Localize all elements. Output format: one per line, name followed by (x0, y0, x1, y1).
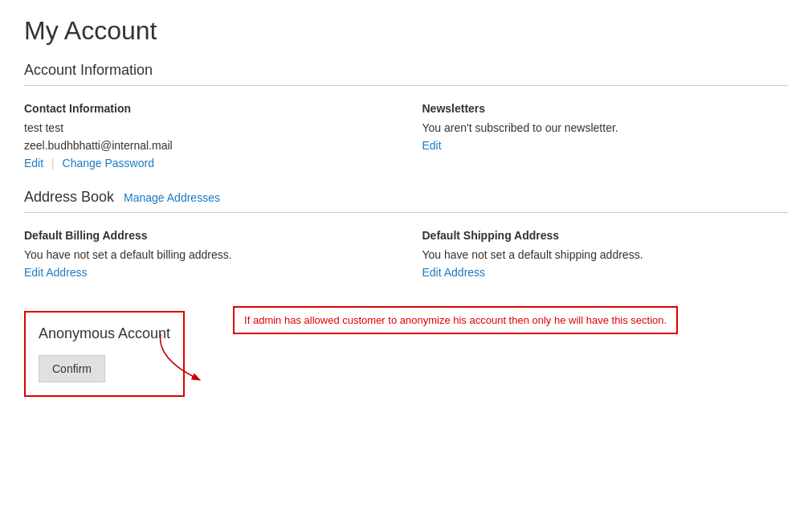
billing-edit-address-link[interactable]: Edit Address (24, 266, 88, 279)
shipping-address-col: Default Shipping Address You have not se… (422, 229, 789, 279)
newsletters-description: You aren't subscribed to our newsletter. (422, 121, 789, 134)
page-title: My Account (24, 16, 788, 46)
anonymous-title: Anonymous Account (39, 325, 170, 342)
link-separator: | (51, 157, 55, 170)
annotation-arrow (153, 330, 217, 386)
manage-addresses-link[interactable]: Manage Addresses (124, 191, 220, 204)
billing-address-description: You have not set a default billing addre… (24, 248, 390, 261)
address-columns: Default Billing Address You have not set… (24, 229, 788, 279)
contact-email: zeel.budhbhatti@internal.mail (24, 139, 390, 152)
shipping-address-title: Default Shipping Address (422, 229, 789, 242)
contact-edit-link[interactable]: Edit (24, 157, 43, 170)
account-info-columns: Contact Information test test zeel.budhb… (24, 102, 788, 170)
annotation-box: If admin has allowed customer to anonymi… (233, 306, 678, 334)
section-divider (24, 85, 788, 86)
shipping-edit-address-link[interactable]: Edit Address (422, 266, 486, 279)
address-book-header: Address Book Manage Addresses (24, 189, 788, 206)
annotation-area: If admin has allowed customer to anonymi… (201, 306, 678, 334)
change-password-link[interactable]: Change Password (63, 157, 154, 170)
confirm-button[interactable]: Confirm (39, 355, 105, 382)
contact-name: test test (24, 121, 390, 134)
shipping-address-description: You have not set a default shipping addr… (422, 248, 789, 261)
contact-info-title: Contact Information (24, 102, 390, 115)
address-book-title: Address Book (24, 189, 114, 206)
newsletters-title: Newsletters (422, 102, 789, 115)
address-book-divider (24, 212, 788, 213)
contact-links: Edit | Change Password (24, 157, 390, 170)
billing-address-col: Default Billing Address You have not set… (24, 229, 390, 279)
newsletters-col: Newsletters You aren't subscribed to our… (422, 102, 789, 170)
contact-info-col: Contact Information test test zeel.budhb… (24, 102, 390, 170)
billing-address-title: Default Billing Address (24, 229, 390, 242)
newsletters-edit-link[interactable]: Edit (422, 139, 442, 152)
anonymous-section-wrapper: Anonymous Account Confirm If admin has a… (24, 298, 788, 397)
account-information-title: Account Information (24, 62, 788, 79)
